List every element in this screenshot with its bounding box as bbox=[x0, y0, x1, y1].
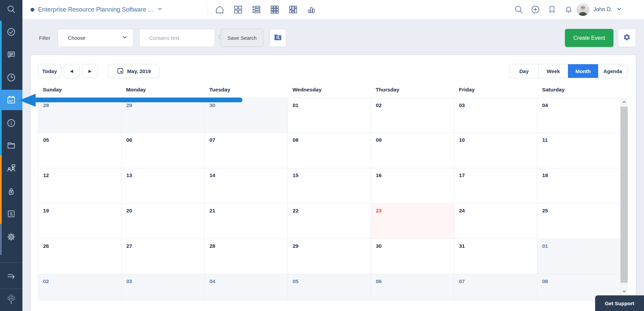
get-support-button[interactable]: Get Support bbox=[595, 295, 644, 311]
day-cell-04[interactable]: 04 bbox=[205, 274, 288, 300]
today-button[interactable]: Today bbox=[38, 64, 61, 78]
sidebar-item-tasks[interactable] bbox=[0, 22, 22, 41]
app-switcher[interactable]: Enterprise Resource Planning Software ..… bbox=[31, 0, 163, 19]
day-cell-30[interactable]: 30 bbox=[205, 98, 288, 133]
calendar-settings-button[interactable] bbox=[618, 29, 636, 47]
scrollbar-thumb[interactable] bbox=[621, 107, 628, 283]
day-number: 01 bbox=[542, 243, 548, 249]
add-icon[interactable] bbox=[530, 4, 541, 15]
filter-type-value: Choose bbox=[68, 35, 86, 41]
day-cell-03[interactable]: 03 bbox=[454, 98, 537, 133]
day-number: 11 bbox=[542, 137, 548, 143]
finance-icon: $ bbox=[6, 209, 16, 219]
calendar-week-row: 05060708091011 bbox=[38, 133, 621, 168]
next-month-button[interactable]: ▶ bbox=[82, 64, 98, 78]
day-cell-01[interactable]: 01 bbox=[288, 98, 371, 133]
calendar-week-row: 12131415161718 bbox=[38, 168, 621, 204]
view-switcher: DayWeekMonthAgenda bbox=[509, 64, 628, 78]
view-tab-week[interactable]: Week bbox=[538, 64, 568, 78]
sidebar-expand-button[interactable] bbox=[0, 266, 22, 285]
day-cell-04[interactable]: 04 bbox=[537, 98, 621, 133]
sidebar-item-collaboration[interactable] bbox=[0, 159, 22, 178]
chart-view-icon[interactable] bbox=[306, 4, 317, 15]
day-cell-08[interactable]: 08 bbox=[288, 133, 371, 168]
day-cell-27[interactable]: 27 bbox=[122, 239, 205, 274]
scroll-down-button[interactable] bbox=[621, 287, 628, 295]
sidebar-item-security[interactable] bbox=[0, 182, 22, 201]
view-tab-day[interactable]: Day bbox=[510, 64, 538, 78]
day-cell-05[interactable]: 05 bbox=[288, 274, 371, 300]
day-cell-31[interactable]: 31 bbox=[454, 239, 537, 274]
day-cell-06[interactable]: 06 bbox=[122, 133, 205, 168]
day-cell-29[interactable]: 29 bbox=[122, 98, 205, 133]
day-cell-15[interactable]: 15 bbox=[288, 168, 371, 204]
sidebar-item-messages[interactable] bbox=[0, 45, 22, 64]
filter-type-select[interactable]: Choose bbox=[58, 29, 133, 47]
day-cell-10[interactable]: 10 bbox=[454, 133, 537, 168]
day-cell-07[interactable]: 07 bbox=[454, 274, 537, 300]
day-cell-09[interactable]: 09 bbox=[371, 133, 454, 168]
day-cell-22[interactable]: 22 bbox=[288, 204, 371, 239]
day-cell-28[interactable]: 28 bbox=[38, 98, 122, 133]
period-picker-button[interactable]: May, 2019 bbox=[108, 64, 160, 78]
dashboard-icon[interactable] bbox=[233, 4, 243, 15]
day-number: 07 bbox=[209, 137, 215, 143]
day-cell-11[interactable]: 11 bbox=[537, 133, 621, 168]
kanban-view-icon[interactable] bbox=[288, 4, 298, 15]
day-number: 14 bbox=[209, 172, 215, 178]
day-cell-24[interactable]: 24 bbox=[454, 204, 537, 239]
home-icon[interactable] bbox=[214, 4, 225, 15]
day-cell-23-today[interactable]: 23 bbox=[371, 204, 454, 239]
view-tab-month[interactable]: Month bbox=[568, 64, 598, 78]
calendar-week-row: 19202122232425 bbox=[38, 204, 621, 239]
day-cell-18[interactable]: 18 bbox=[537, 168, 621, 204]
window-title: Enterprise Resource Planning Software ..… bbox=[38, 6, 153, 13]
contains-text-input[interactable] bbox=[143, 35, 218, 41]
save-search-button[interactable]: Save Search bbox=[221, 29, 263, 47]
day-number: 01 bbox=[293, 102, 298, 108]
sidebar-item-search[interactable] bbox=[0, 0, 22, 19]
day-cell-17[interactable]: 17 bbox=[454, 168, 537, 204]
day-cell-05[interactable]: 05 bbox=[38, 133, 122, 168]
prev-month-button[interactable]: ◀ bbox=[64, 64, 79, 78]
day-cell-14[interactable]: 14 bbox=[205, 168, 288, 204]
sidebar-item-history[interactable] bbox=[0, 68, 22, 87]
day-cell-19[interactable]: 19 bbox=[38, 204, 122, 239]
day-cell-21[interactable]: 21 bbox=[205, 204, 288, 239]
day-cell-02[interactable]: 02 bbox=[38, 274, 122, 300]
day-number: 04 bbox=[542, 102, 548, 108]
sidebar-divider bbox=[0, 289, 22, 289]
sidebar-item-documents[interactable] bbox=[0, 136, 22, 155]
gear-icon bbox=[623, 33, 631, 42]
day-cell-30[interactable]: 30 bbox=[371, 239, 454, 274]
notifications-icon[interactable] bbox=[563, 4, 574, 15]
day-cell-12[interactable]: 12 bbox=[38, 168, 122, 204]
day-cell-03[interactable]: 03 bbox=[122, 274, 205, 300]
day-cell-13[interactable]: 13 bbox=[122, 168, 205, 204]
scroll-up-button[interactable] bbox=[621, 98, 628, 106]
day-cell-25[interactable]: 25 bbox=[537, 204, 621, 239]
day-cell-06[interactable]: 06 bbox=[371, 274, 454, 300]
day-cell-01[interactable]: 01 bbox=[537, 239, 621, 274]
saved-searches-button[interactable] bbox=[270, 29, 286, 47]
sidebar-item-finance[interactable]: $ bbox=[0, 204, 22, 223]
view-tab-agenda[interactable]: Agenda bbox=[598, 64, 627, 78]
day-cell-20[interactable]: 20 bbox=[122, 204, 205, 239]
filter-label: Filter bbox=[39, 35, 50, 41]
day-cell-02[interactable]: 02 bbox=[371, 98, 454, 133]
vertical-scrollbar[interactable] bbox=[621, 98, 628, 295]
grid-view-icon[interactable] bbox=[269, 4, 280, 15]
day-cell-07[interactable]: 07 bbox=[205, 133, 288, 168]
list-view-icon[interactable] bbox=[251, 4, 262, 15]
day-cell-29[interactable]: 29 bbox=[288, 239, 371, 274]
sidebar-item-info[interactable] bbox=[0, 114, 22, 133]
search-icon[interactable] bbox=[513, 4, 524, 15]
bookmark-icon[interactable] bbox=[547, 4, 557, 15]
day-cell-16[interactable]: 16 bbox=[371, 168, 454, 204]
sidebar-item-calendar[interactable] bbox=[0, 90, 22, 110]
day-cell-28[interactable]: 28 bbox=[205, 239, 288, 274]
day-cell-26[interactable]: 26 bbox=[38, 239, 122, 274]
user-menu[interactable]: John D. bbox=[576, 0, 622, 19]
create-event-button[interactable]: Create Event bbox=[565, 29, 613, 47]
sidebar-item-settings[interactable] bbox=[0, 227, 22, 246]
